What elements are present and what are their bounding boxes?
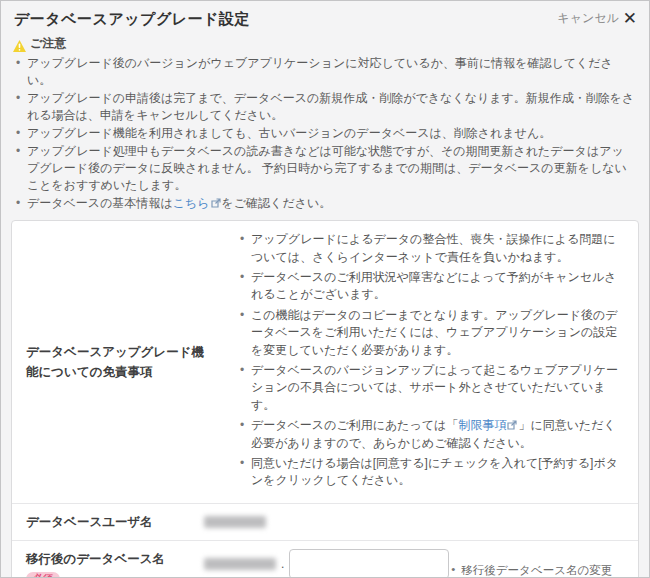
disclaimer-item: この機能はデータのコピーまでとなります。アップグレード後のデータベースをご利用い…	[238, 307, 624, 359]
required-badge: 必須	[26, 572, 60, 578]
new-database-name-input[interactable]	[289, 549, 449, 578]
notice-heading: ご注意	[30, 35, 66, 52]
disclaimer-item: データベースのバージョンアップによって起こるウェブアプリケーションの不具合につい…	[238, 362, 624, 414]
db-name-prefix-redacted	[204, 558, 276, 570]
notice-link-prefix: データベースの基本情報は	[27, 196, 173, 210]
notice-item: アップグレード後のバージョンがウェブアプリケーションに対応しているか、事前に情報…	[13, 55, 635, 89]
new-db-name-label-text: 移行後のデータベース名	[26, 549, 204, 569]
db-user-label: データベースユーザ名	[26, 512, 204, 532]
dialog-header: データベースアップグレード設定 キャンセル ✕	[1, 1, 649, 33]
external-link-icon	[507, 418, 517, 428]
warning-icon	[13, 38, 26, 50]
notice-item: アップグレード処理中もデータベースの読み書きなどは可能な状態ですが、その期間更新…	[13, 143, 635, 194]
new-db-name-label: 移行後のデータベース名 必須	[26, 549, 204, 578]
notice-link-suffix: をご確認ください。	[222, 196, 332, 210]
notice-item-with-link: データベースの基本情報はこちらをご確認ください。	[13, 195, 635, 212]
new-db-name-row: 移行後のデータベース名 必須 . 必須項目 移行後データベース名の変更はできませ…	[12, 540, 638, 578]
close-icon[interactable]: ✕	[623, 10, 637, 27]
notice-item: アップグレードの申請後は完了まで、データベースの新規作成・削除ができなくなります…	[13, 90, 635, 124]
external-link-icon	[211, 196, 221, 206]
disclaimer-item: 同意いただける場合は[同意する]にチェックを入れて[予約する]ボタンをクリックし…	[238, 455, 624, 490]
db-user-value-redacted	[204, 516, 266, 528]
basic-info-link[interactable]: こちら	[173, 196, 210, 210]
upgrade-form: データベースアップグレード機能についての免責事項 アップグレードによるデータの整…	[11, 220, 639, 578]
database-upgrade-dialog: データベースアップグレード設定 キャンセル ✕ ご注意 アップグレード後のバージ…	[0, 0, 650, 578]
disclaimer-row: データベースアップグレード機能についての免責事項 アップグレードによるデータの整…	[12, 221, 638, 502]
db-user-row: データベースユーザ名	[12, 503, 638, 540]
cancel-link[interactable]: キャンセル	[557, 10, 618, 27]
disclaimer-label: データベースアップグレード機能についての免責事項	[26, 342, 204, 382]
notice-item: アップグレード機能を利用されましても、古いバージョンのデータベースは、削除されま…	[13, 125, 635, 142]
db-name-note: 移行後データベース名の変更はできません	[449, 563, 622, 578]
restriction-link-prefix: データベースのご利用にあたっては「	[251, 418, 458, 432]
disclaimer-item-with-link: データベースのご利用にあたっては「制限事項」に同意いただく必要がありますので、あ…	[238, 417, 624, 452]
notice-list: アップグレード後のバージョンがウェブアプリケーションに対応しているか、事前に情報…	[13, 55, 635, 212]
disclaimer-item: データベースのご利用状況や障害などによって予約がキャンセルされることがございます…	[238, 269, 624, 304]
disclaimer-list: アップグレードによるデータの整合性、喪失・誤操作による問題については、さくらイン…	[238, 231, 624, 492]
page-title: データベースアップグレード設定	[14, 10, 250, 29]
notice-section: ご注意 アップグレード後のバージョンがウェブアプリケーションに対応しているか、事…	[1, 33, 649, 212]
restrictions-link[interactable]: 制限事項	[458, 418, 506, 432]
disclaimer-item: アップグレードによるデータの整合性、喪失・誤操作による問題については、さくらイン…	[238, 231, 624, 266]
db-name-separator: .	[281, 557, 284, 571]
